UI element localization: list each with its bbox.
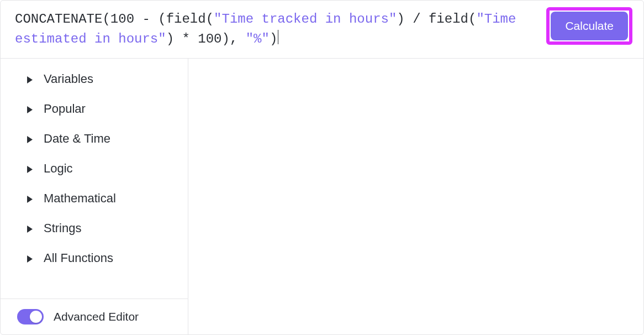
formula-token-fn: CONCATENATE bbox=[15, 12, 102, 27]
formula-input[interactable]: CONCATENATE(100 - (field("Time tracked i… bbox=[15, 9, 537, 49]
category-item-logic[interactable]: ▶Logic bbox=[1, 154, 188, 184]
category-item-strings[interactable]: ▶Strings bbox=[1, 213, 188, 243]
text-cursor bbox=[278, 30, 278, 44]
category-label: Date & Time bbox=[44, 132, 110, 146]
category-item-popular[interactable]: ▶Popular bbox=[1, 94, 188, 124]
main-area: ▶Variables▶Popular▶Date & Time▶Logic▶Mat… bbox=[1, 59, 643, 334]
formula-token-plain: ( bbox=[206, 12, 214, 27]
category-list: ▶Variables▶Popular▶Date & Time▶Logic▶Mat… bbox=[1, 59, 188, 299]
chevron-right-icon: ▶ bbox=[27, 223, 33, 234]
chevron-right-icon: ▶ bbox=[27, 163, 33, 174]
chevron-right-icon: ▶ bbox=[27, 74, 33, 85]
chevron-right-icon: ▶ bbox=[27, 133, 33, 144]
detail-area bbox=[188, 59, 643, 334]
chevron-right-icon: ▶ bbox=[27, 103, 33, 114]
category-label: Popular bbox=[44, 102, 86, 116]
category-item-mathematical[interactable]: ▶Mathematical bbox=[1, 184, 188, 213]
formula-bar: CONCATENATE(100 - (field("Time tracked i… bbox=[1, 1, 643, 59]
chevron-right-icon: ▶ bbox=[27, 253, 33, 264]
category-label: All Functions bbox=[44, 251, 113, 265]
category-item-date-time[interactable]: ▶Date & Time bbox=[1, 124, 188, 154]
category-label: Strings bbox=[44, 221, 81, 235]
category-label: Variables bbox=[44, 72, 93, 86]
formula-editor-panel: CONCATENATE(100 - (field("Time tracked i… bbox=[0, 0, 644, 335]
category-label: Mathematical bbox=[44, 191, 116, 206]
formula-token-str: "Time tracked in hours" bbox=[214, 12, 397, 27]
formula-token-plain: (100 - ( bbox=[102, 12, 166, 27]
calculate-highlight: Calculate bbox=[546, 7, 632, 45]
advanced-editor-toggle[interactable] bbox=[17, 309, 44, 324]
advanced-editor-row: Advanced Editor bbox=[1, 299, 188, 334]
sidebar: ▶Variables▶Popular▶Date & Time▶Logic▶Mat… bbox=[1, 59, 188, 334]
formula-token-fn: field bbox=[429, 12, 468, 27]
formula-token-plain: ) bbox=[270, 32, 277, 46]
advanced-editor-label: Advanced Editor bbox=[54, 310, 139, 323]
category-item-all-functions[interactable]: ▶All Functions bbox=[1, 243, 188, 273]
formula-token-str: "%" bbox=[246, 32, 270, 46]
formula-token-fn: field bbox=[166, 12, 206, 27]
category-item-variables[interactable]: ▶Variables bbox=[1, 64, 188, 94]
category-label: Logic bbox=[44, 161, 73, 176]
chevron-right-icon: ▶ bbox=[27, 193, 33, 204]
toggle-knob bbox=[30, 311, 42, 323]
formula-token-plain: ) * 100), bbox=[166, 32, 246, 46]
formula-token-plain: ) / bbox=[397, 12, 429, 27]
formula-token-plain: ( bbox=[468, 12, 476, 27]
calculate-button[interactable]: Calculate bbox=[551, 12, 628, 40]
